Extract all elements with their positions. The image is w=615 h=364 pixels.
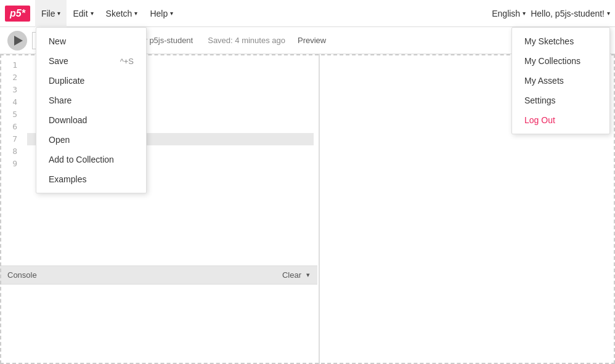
play-icon	[14, 36, 23, 46]
preview-button[interactable]: Preview	[298, 36, 326, 45]
line-num: 6	[7, 121, 17, 133]
language-selector[interactable]: English ▾	[492, 9, 526, 18]
user-menu-sketches[interactable]: My Sketches	[512, 31, 609, 51]
play-button[interactable]	[7, 31, 27, 51]
file-menu-save[interactable]: Save ^+S	[36, 51, 146, 71]
user-menu-settings[interactable]: Settings	[512, 91, 609, 110]
edit-menu-button[interactable]: Edit ▾	[67, 0, 99, 27]
chevron-down-icon[interactable]: ▾	[306, 271, 310, 279]
file-menu-button[interactable]: File ▾	[35, 0, 67, 27]
sketch-label: Sketch	[106, 9, 132, 18]
add-collection-label: Add to Collection	[49, 155, 114, 164]
console-actions: Clear ▾	[282, 270, 310, 280]
line-num: 4	[7, 96, 17, 108]
line-num: 5	[7, 108, 17, 121]
console-body	[0, 285, 317, 364]
save-shortcut: ^+S	[120, 57, 134, 66]
help-label: Help	[150, 9, 168, 18]
file-menu-share[interactable]: Share	[36, 91, 146, 110]
file-menu-duplicate[interactable]: Duplicate	[36, 71, 146, 91]
save-label: Save	[49, 56, 68, 66]
edit-caret: ▾	[91, 10, 94, 17]
user-menu-button[interactable]: Hello, p5js-student! ▾	[531, 9, 610, 18]
download-label: Download	[49, 115, 87, 125]
file-menu-download[interactable]: Download	[36, 110, 146, 130]
console-title: Console	[7, 270, 37, 280]
app-logo: p5*	[5, 6, 30, 22]
user-menu-collections[interactable]: My Collections	[512, 51, 609, 71]
file-label: File	[41, 9, 55, 18]
line-num: 8	[7, 145, 17, 158]
saved-status: Saved: 4 minutes ago	[208, 36, 285, 45]
user-greeting: Hello, p5js-student!	[531, 9, 605, 18]
sketch-menu-button[interactable]: Sketch ▾	[100, 0, 144, 27]
navbar-right: English ▾ Hello, p5js-student! ▾	[492, 9, 610, 18]
examples-label: Examples	[49, 174, 86, 184]
sketch-author: by p5js-student	[139, 36, 193, 45]
line-num: 9	[7, 158, 17, 170]
user-menu-logout[interactable]: Log Out	[512, 110, 609, 130]
duplicate-label: Duplicate	[49, 76, 84, 86]
edit-label: Edit	[73, 9, 88, 18]
new-label: New	[49, 36, 66, 46]
sketch-caret: ▾	[134, 10, 137, 17]
console-panel: Console Clear ▾	[0, 265, 317, 364]
console-header: Console Clear ▾	[0, 266, 317, 285]
user-dropdown-menu: My Sketches My Collections My Assets Set…	[511, 27, 610, 134]
line-num: 2	[7, 71, 17, 84]
navbar: p5* File ▾ Edit ▾ Sketch ▾ Help ▾ Englis…	[0, 0, 615, 27]
line-num: 3	[7, 84, 17, 96]
file-menu-add-collection[interactable]: Add to Collection	[36, 150, 146, 169]
file-dropdown-menu: New Save ^+S Duplicate Share Download Op…	[36, 27, 147, 193]
share-label: Share	[49, 95, 71, 105]
line-num: 7	[7, 133, 17, 145]
file-menu-open[interactable]: Open	[36, 130, 146, 150]
user-caret: ▾	[607, 10, 610, 17]
open-label: Open	[49, 135, 70, 145]
help-caret: ▾	[170, 10, 173, 17]
language-caret: ▾	[523, 10, 526, 17]
file-menu-examples[interactable]: Examples	[36, 169, 146, 189]
user-menu-assets[interactable]: My Assets	[512, 71, 609, 91]
clear-button[interactable]: Clear	[282, 270, 301, 280]
file-caret: ▾	[57, 10, 60, 17]
help-menu-button[interactable]: Help ▾	[144, 0, 179, 27]
file-menu-new[interactable]: New	[36, 31, 146, 51]
line-num: 1	[7, 59, 17, 71]
language-label: English	[492, 9, 520, 18]
